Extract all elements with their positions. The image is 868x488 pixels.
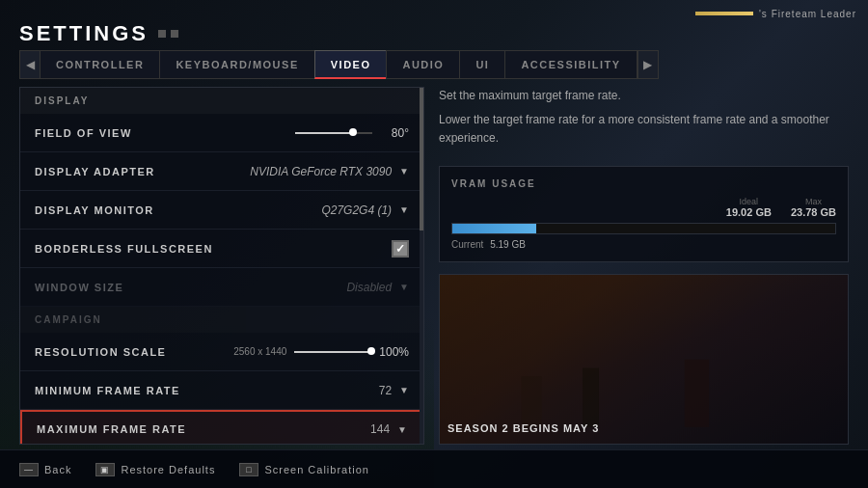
minframe-label: MINIMUM FRAME RATE xyxy=(35,385,180,396)
tab-video[interactable]: VIDEO xyxy=(314,50,388,79)
description-line2: Lower the target frame rate for a more c… xyxy=(439,111,849,148)
back-icon: — xyxy=(19,463,39,476)
tab-audio[interactable]: AUDIO xyxy=(386,50,460,79)
bottom-bar: — Back ▣ Restore Defaults □ Screen Calib… xyxy=(0,449,868,488)
fov-value: 80° xyxy=(295,126,409,140)
right-panel: Set the maximum target frame rate. Lower… xyxy=(439,87,849,445)
setting-fov: FIELD OF VIEW 80° xyxy=(20,114,423,152)
fireteam-label: 's Fireteam Leader xyxy=(759,9,856,19)
section-campaign: CAMPAIGN xyxy=(20,307,423,333)
resscale-track xyxy=(294,351,371,353)
setting-monitor: DISPLAY MONITOR Q27G2G4 (1) ▼ xyxy=(20,191,423,230)
fov-thumb[interactable] xyxy=(349,128,357,136)
monitor-display: Q27G2G4 (1) xyxy=(321,203,392,217)
fullscreen-checkmark: ✓ xyxy=(395,242,405,256)
monitor-label: DISPLAY MONITOR xyxy=(35,204,154,216)
resscale-left: 2560 x 1440 xyxy=(233,346,286,357)
vram-current: Current 5.19 GB xyxy=(451,239,836,250)
fullscreen-label: BORDERLESS FULLSCREEN xyxy=(35,243,213,255)
vram-title: VRAM USAGE xyxy=(451,178,836,189)
nav-tabs: ◀ CONTROLLER KEYBOARD/MOUSE VIDEO AUDIO … xyxy=(19,50,849,79)
fullscreen-checkbox[interactable]: ✓ xyxy=(392,240,409,258)
fov-fill xyxy=(295,132,353,134)
dot-1 xyxy=(158,30,166,38)
calibrate-label: Screen Calibration xyxy=(264,464,369,475)
adapter-value[interactable]: NVIDIA GeForce RTX 3090 ▼ xyxy=(250,165,409,178)
restore-icon: ▣ xyxy=(95,463,115,476)
vram-current-value: 5.19 GB xyxy=(490,239,526,250)
setting-windowsize: WINDOW SIZE Disabled ▼ xyxy=(20,268,423,307)
calibrate-action[interactable]: □ Screen Calibration xyxy=(239,463,369,476)
adapter-display: NVIDIA GeForce RTX 3090 xyxy=(250,165,392,178)
fov-track xyxy=(295,132,372,134)
dot-2 xyxy=(171,30,178,38)
setting-fullscreen: BORDERLESS FULLSCREEN ✓ xyxy=(20,230,423,268)
nav-prev-button[interactable]: ◀ xyxy=(19,50,41,79)
resscale-thumb[interactable] xyxy=(367,347,375,355)
adapter-label: DISPLAY ADAPTER xyxy=(35,166,155,177)
minframe-display: 72 xyxy=(379,384,392,397)
vram-bar-inner xyxy=(452,224,536,233)
vram-current-label: Current xyxy=(451,239,483,250)
restore-label: Restore Defaults xyxy=(121,464,215,475)
windowsize-value[interactable]: Disabled ▼ xyxy=(346,281,409,294)
fireteam-bar xyxy=(695,12,753,15)
main-content: DISPLAY FIELD OF VIEW 80° DISPLAY ADAPTE… xyxy=(19,87,849,445)
restore-action[interactable]: ▣ Restore Defaults xyxy=(95,463,215,476)
back-action[interactable]: — Back xyxy=(19,463,71,476)
resscale-value: 2560 x 1440 100% xyxy=(233,345,409,359)
nav-next-button[interactable]: ▶ xyxy=(637,50,659,79)
resscale-label: RESOLUTION SCALE xyxy=(35,346,166,358)
vram-max-value: 23.78 GB xyxy=(791,206,836,218)
fov-display: 80° xyxy=(380,126,409,140)
resscale-slider[interactable] xyxy=(294,351,371,353)
resscale-display: 100% xyxy=(379,345,409,359)
fov-slider[interactable] xyxy=(295,132,372,134)
scroll-indicator xyxy=(420,88,423,444)
vram-max: Max 23.78 GB xyxy=(791,197,836,218)
scroll-thumb[interactable] xyxy=(420,88,423,230)
vram-ideal: Ideal 19.02 GB xyxy=(726,197,772,218)
page-title: SETTINGS xyxy=(19,21,149,46)
settings-panel: DISPLAY FIELD OF VIEW 80° DISPLAY ADAPTE… xyxy=(19,87,424,445)
vram-ideal-label: Ideal xyxy=(726,197,772,206)
tab-keyboard[interactable]: KEYBOARD/MOUSE xyxy=(159,50,314,79)
windowsize-label: WINDOW SIZE xyxy=(35,282,123,293)
tab-ui[interactable]: UI xyxy=(459,50,505,79)
resscale-fill xyxy=(294,351,371,353)
setting-adapter: DISPLAY ADAPTER NVIDIA GeForce RTX 3090 … xyxy=(20,152,423,191)
windowsize-display: Disabled xyxy=(346,281,392,294)
minframe-arrow: ▼ xyxy=(399,385,409,395)
setting-maxframe: MAXIMUM FRAME RATE 144 ▼ xyxy=(20,410,423,444)
minframe-value[interactable]: 72 ▼ xyxy=(379,384,409,397)
vram-ideal-value: 19.02 GB xyxy=(726,206,772,218)
news-box: NEWS xyxy=(439,274,849,445)
adapter-arrow: ▼ xyxy=(399,166,409,176)
tab-controller[interactable]: CONTROLLER xyxy=(40,50,160,79)
section-display: DISPLAY xyxy=(20,88,423,114)
vram-stats: Ideal 19.02 GB Max 23.78 GB xyxy=(451,197,836,218)
windowsize-arrow: ▼ xyxy=(399,282,409,292)
maxframe-display: 144 xyxy=(370,422,390,436)
setting-resscale: RESOLUTION SCALE 2560 x 1440 100% xyxy=(20,333,423,371)
calibrate-icon: □ xyxy=(239,463,258,476)
vram-bar-outer xyxy=(451,223,836,234)
maxframe-label: MAXIMUM FRAME RATE xyxy=(37,423,186,435)
setting-minframe: MINIMUM FRAME RATE 72 ▼ xyxy=(20,371,423,410)
settings-header: SETTINGS xyxy=(19,21,178,46)
settings-dots xyxy=(158,30,178,38)
vram-display: VRAM USAGE Ideal 19.02 GB Max 23.78 GB C… xyxy=(439,166,849,262)
tab-accessibility[interactable]: ACCESSIBILITY xyxy=(504,50,637,79)
maxframe-value[interactable]: 144 ▼ xyxy=(370,422,407,436)
vram-max-label: Max xyxy=(791,197,836,206)
fov-label: FIELD OF VIEW xyxy=(35,127,132,139)
back-label: Back xyxy=(44,464,71,475)
description-line1: Set the maximum target frame rate. xyxy=(439,87,849,105)
news-text: SEASON 2 BEGINS MAY 3 xyxy=(448,422,599,434)
monitor-arrow: ▼ xyxy=(399,204,409,215)
maxframe-arrow: ▼ xyxy=(397,424,407,435)
monitor-value[interactable]: Q27G2G4 (1) ▼ xyxy=(321,203,409,217)
news-overlay: SEASON 2 BEGINS MAY 3 xyxy=(440,411,848,444)
description-box: Set the maximum target frame rate. Lower… xyxy=(439,87,849,154)
